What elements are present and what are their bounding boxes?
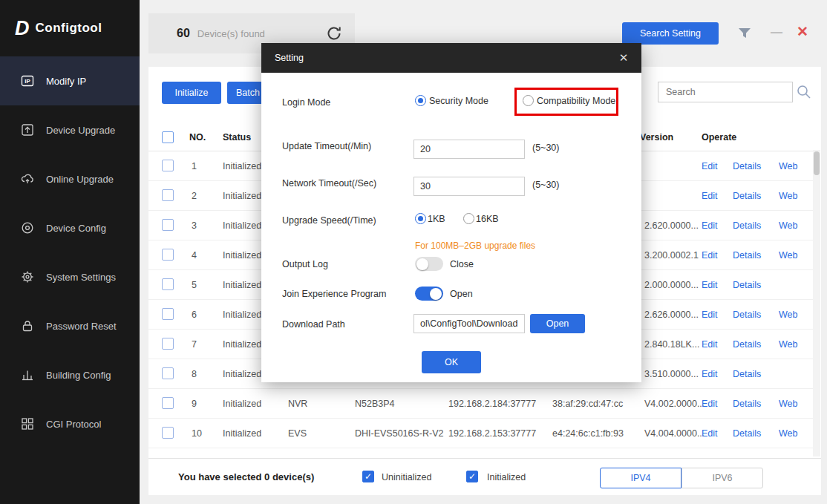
join-program-toggle[interactable] [415,287,443,301]
dialog-close-icon[interactable]: ✕ [616,50,631,65]
sidebar-item-system-settings[interactable]: System Settings [0,252,140,301]
output-log-toggle[interactable] [415,257,443,271]
cell-status: Initialized [223,240,261,270]
sidebar-item-label: Modify IP [46,76,86,87]
online-upgrade-icon [21,172,34,186]
edit-link[interactable]: Edit [702,181,718,211]
speed-1kb-radio[interactable] [415,213,426,224]
details-link[interactable]: Details [733,300,761,330]
minimize-button[interactable]: — [768,24,785,42]
cell-type: NVR [288,389,307,419]
sidebar-item-cgi-protocol[interactable]: CGI Protocol [0,399,140,448]
uninitialized-checkbox[interactable]: ✓ [362,471,374,482]
web-link[interactable]: Web [779,211,797,240]
edit-link[interactable]: Edit [702,211,718,240]
sidebar-item-password-reset[interactable]: Password Reset [0,301,140,350]
building-config-icon [21,368,34,382]
sidebar-item-label: System Settings [46,272,116,283]
initialize-button[interactable]: Initialize [162,82,221,104]
details-link[interactable]: Details [733,419,761,448]
sidebar-item-device-config[interactable]: Device Config [0,203,140,252]
uninitialized-label: Uninitialized [382,472,431,482]
cell-ip-port: 192.168.2.153:37777 [448,419,536,448]
edit-link[interactable]: Edit [702,389,718,419]
details-link[interactable]: Details [733,151,761,181]
details-link[interactable]: Details [733,270,761,300]
web-link[interactable]: Web [779,389,797,419]
scrollbar-thumb[interactable] [814,151,820,175]
details-link[interactable]: Details [733,211,761,240]
filter-icon[interactable] [737,27,752,40]
web-link[interactable]: Web [779,300,797,330]
search-icon[interactable] [796,84,812,100]
initialized-label: Initialized [487,472,526,482]
web-link[interactable]: Web [779,419,797,448]
cell-version: V4.004.0000... [644,419,705,448]
details-link[interactable]: Details [733,359,761,389]
svg-text:IP: IP [24,78,30,85]
cell-version: V4.002.0000... [644,389,705,419]
row-checkbox[interactable] [162,189,174,201]
row-checkbox[interactable] [162,397,174,409]
web-link[interactable]: Web [779,151,797,181]
edit-link[interactable]: Edit [702,270,718,300]
sidebar-item-modify-ip[interactable]: IP Modify IP [0,56,140,105]
cell-model: N52B3P4 [355,389,395,419]
row-checkbox[interactable] [162,308,174,320]
compatibility-mode-radio[interactable] [523,95,534,106]
edit-link[interactable]: Edit [702,419,718,448]
edit-link[interactable]: Edit [702,240,718,270]
row-checkbox[interactable] [162,160,174,171]
row-checkbox[interactable] [162,427,174,439]
web-link[interactable]: Web [779,181,797,211]
row-checkbox[interactable] [162,338,174,350]
details-link[interactable]: Details [733,181,761,211]
footer-bar: You have selected 0 device(s) ✓ Uninitia… [148,458,821,495]
sidebar-item-device-upgrade[interactable]: Device Upgrade [0,105,140,154]
network-timeout-input[interactable] [414,177,525,196]
web-link[interactable]: Web [779,330,797,359]
sidebar-item-building-config[interactable]: Building Config [0,350,140,399]
cell-no: 8 [192,359,197,389]
ipv4-button[interactable]: IPV4 [600,468,681,488]
speed-16kb-radio[interactable] [463,213,474,224]
sidebar-item-online-upgrade[interactable]: Online Upgrade [0,154,140,203]
open-path-button[interactable]: Open [530,314,585,333]
row-checkbox[interactable] [162,367,174,379]
system-settings-icon [21,270,34,284]
security-mode-radio[interactable] [415,95,426,106]
setting-dialog-title: Setting [275,53,304,63]
cell-no: 7 [192,330,197,359]
search-input[interactable] [658,82,792,102]
sidebar-item-label: Building Config [46,370,111,381]
modify-ip-icon: IP [21,74,34,88]
select-all-checkbox[interactable] [162,131,174,143]
update-timeout-input[interactable] [414,140,525,159]
search-setting-button[interactable]: Search Setting [622,22,719,45]
cell-no: 10 [192,419,202,448]
close-button[interactable]: ✕ [793,22,812,42]
initialized-checkbox[interactable]: ✓ [466,471,478,482]
cell-version: 2.626.0000... [644,300,699,330]
col-status: Status [223,123,251,151]
row-checkbox[interactable] [162,278,174,290]
download-path-input[interactable] [414,314,525,333]
edit-link[interactable]: Edit [702,359,718,389]
edit-link[interactable]: Edit [702,151,718,181]
edit-link[interactable]: Edit [702,330,718,359]
details-link[interactable]: Details [733,389,761,419]
row-checkbox[interactable] [162,249,174,261]
cell-no: 3 [192,211,197,240]
ok-button[interactable]: OK [422,351,481,373]
cell-status: Initialized [223,300,261,330]
refresh-icon[interactable] [325,24,343,42]
ipv6-button[interactable]: IPV6 [681,468,763,488]
download-path-label: Download Path [282,318,345,330]
row-checkbox[interactable] [162,219,174,231]
upgrade-files-note: For 100MB–2GB upgrade files [415,240,535,251]
details-link[interactable]: Details [733,330,761,359]
edit-link[interactable]: Edit [702,300,718,330]
details-link[interactable]: Details [733,240,761,270]
table-row: 9 Initialized NVR N52B3P4 192.168.2.184:… [148,389,814,419]
web-link[interactable]: Web [779,240,797,270]
